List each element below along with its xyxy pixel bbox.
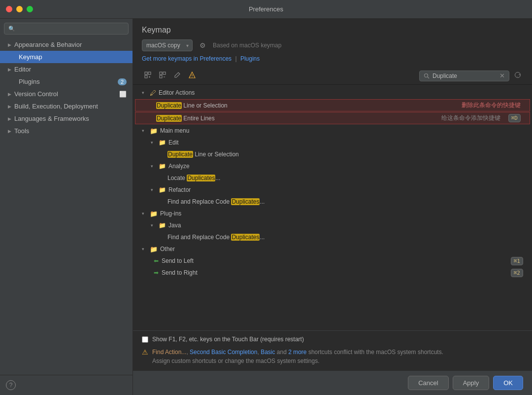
tree-subsection-java[interactable]: ▾ 📁 Java <box>133 219 532 231</box>
chevron-right-icon: ▶ <box>8 104 11 109</box>
regex-icon: .* <box>514 72 521 78</box>
minimize-button[interactable] <box>16 6 23 12</box>
tree-content[interactable]: ▾ 🖊 Editor Actions Duplicate Line or Sel… <box>133 85 532 330</box>
item-label: Send to Left <box>162 257 194 264</box>
sidebar-item-build[interactable]: ▶ Build, Execution, Deployment <box>0 100 133 112</box>
highlight-span: Duplicates <box>231 198 260 205</box>
collapse-all-button[interactable] <box>157 70 168 81</box>
page-title: Keymap <box>142 26 523 35</box>
touch-bar-label[interactable]: Show F1, F2, etc. keys on the Touch Bar … <box>152 336 304 343</box>
subsection-label: Edit <box>168 139 179 146</box>
find-action-link[interactable]: Find Action... <box>152 349 186 356</box>
tree-row-dup-entire[interactable]: Duplicate Entire Lines 给这条命令添加快捷键 ⌘D <box>135 112 530 124</box>
help-button[interactable]: ? <box>6 380 16 390</box>
subsection-label: Refactor <box>168 186 191 193</box>
tree-subsection-refactor[interactable]: ▾ 📁 Refactor <box>133 184 532 196</box>
expand-all-button[interactable] <box>142 70 154 81</box>
tree-section-plug-ins[interactable]: ▾ 📁 Plug-ins <box>133 208 532 219</box>
sidebar-item-label: Keymap <box>19 53 42 61</box>
item-label: Duplicate Line or Selection <box>167 151 239 158</box>
sidebar-item-label: Tools <box>14 127 29 135</box>
item-label: Locate Duplicates... <box>167 175 220 181</box>
sidebar-search-input[interactable] <box>18 25 124 32</box>
section-label: Other <box>160 246 175 252</box>
sidebar-item-label: Build, Execution, Deployment <box>14 103 98 110</box>
touch-bar-checkbox[interactable] <box>142 336 148 343</box>
tree-row-mm-dup-line[interactable]: Duplicate Line or Selection <box>133 148 532 160</box>
sidebar-item-appearance[interactable]: ▶ Appearance & Behavior <box>0 38 133 51</box>
warning-row: ⚠ Find Action..., Second Basic Completio… <box>142 348 523 365</box>
expand-all-icon <box>144 72 151 78</box>
chevron-down-icon: ▾ <box>142 90 148 95</box>
content-header: Keymap macOS copy ⚙ Based on macOS keyma… <box>133 19 532 67</box>
highlight-span: Duplicate <box>167 151 193 158</box>
search-icon <box>424 73 430 79</box>
item-label: Find and Replace Code Duplicates... <box>167 198 265 205</box>
keymap-selector-row: macOS copy ⚙ Based on macOS keymap <box>142 39 523 51</box>
titlebar: Preferences <box>0 0 532 19</box>
search-regex-button[interactable]: .* <box>512 71 523 81</box>
content-footer: Show F1, F2, etc. keys on the Touch Bar … <box>133 330 532 370</box>
edit-button[interactable] <box>171 70 183 81</box>
sidebar-item-version-control[interactable]: ▶ Version Control ⬜ <box>0 88 133 100</box>
sidebar-item-tools[interactable]: ▶ Tools <box>0 125 133 137</box>
sidebar-bottom: ? <box>0 375 133 395</box>
sidebar-item-plugins[interactable]: Plugins 2 <box>0 75 133 88</box>
shortcut-badge: ⌘2 <box>511 269 523 277</box>
section-icon: 📁 <box>150 127 158 135</box>
chevron-down-icon: ▾ <box>151 140 157 145</box>
more-link[interactable]: 2 more <box>288 349 306 356</box>
second-basic-link[interactable]: Second Basic Completion <box>190 349 257 356</box>
plugins-badge: 2 <box>118 78 127 85</box>
highlight-span: Duplicates <box>231 234 260 241</box>
window-title: Preferences <box>249 5 283 13</box>
get-more-keymaps-link[interactable]: Get more keymaps in Preferences <box>142 55 232 62</box>
highlight-span: Duplicate <box>156 102 182 109</box>
tree-row-refactor-find-dups[interactable]: Find and Replace Code Duplicates... <box>133 196 532 208</box>
tree-subsection-analyze[interactable]: ▾ 📁 Analyze <box>133 160 532 172</box>
tree-row-send-right[interactable]: ➡ Send to Right ⌘2 <box>133 267 532 279</box>
basic-link[interactable]: Basic <box>261 349 275 356</box>
tree-section-main-menu[interactable]: ▾ 📁 Main menu <box>133 125 532 137</box>
warning-line2: Assign custom shortcuts or change the ma… <box>152 358 319 364</box>
sidebar-item-label: Editor <box>14 66 31 73</box>
chevron-down-icon: ▾ <box>142 128 148 133</box>
window-controls[interactable] <box>6 6 33 12</box>
gear-button[interactable]: ⚙ <box>198 40 208 50</box>
section-label: Main menu <box>160 127 189 134</box>
apply-button[interactable]: Apply <box>453 376 490 390</box>
main-layout: 🔍 ▶ Appearance & Behavior Keymap ▶ Edito… <box>0 19 532 395</box>
toolbar: ✕ .* <box>133 67 532 85</box>
sidebar-item-keymap[interactable]: Keymap <box>0 51 133 63</box>
sidebar-item-languages[interactable]: ▶ Languages & Frameworks <box>0 112 133 125</box>
plugins-link[interactable]: Plugins <box>240 55 260 62</box>
tree-row-locate-dups[interactable]: Locate Duplicates... <box>133 172 532 184</box>
keymap-search-field[interactable]: ✕ <box>419 71 509 81</box>
keymap-select[interactable]: macOS copy <box>142 39 193 51</box>
ok-button[interactable]: OK <box>493 376 523 390</box>
search-clear-button[interactable]: ✕ <box>499 72 505 79</box>
sidebar: 🔍 ▶ Appearance & Behavior Keymap ▶ Edito… <box>0 19 133 395</box>
maximize-button[interactable] <box>27 6 33 12</box>
tree-row-send-left[interactable]: ⬅ Send to Left ⌘1 <box>133 255 532 267</box>
close-button[interactable] <box>6 6 12 12</box>
svg-rect-6 <box>163 72 166 74</box>
sidebar-search-box[interactable]: 🔍 <box>4 23 129 35</box>
sidebar-item-label: Languages & Frameworks <box>14 115 89 122</box>
section-label: Editor Actions <box>159 89 195 96</box>
item-label: Send to Right <box>162 269 198 276</box>
keymap-select-wrapper[interactable]: macOS copy <box>142 39 193 51</box>
tree-row-java-find-dups[interactable]: Find and Replace Code Duplicates... <box>133 231 532 243</box>
sidebar-item-editor[interactable]: ▶ Editor <box>0 63 133 75</box>
subsection-label: Java <box>168 222 181 229</box>
tree-subsection-edit[interactable]: ▾ 📁 Edit <box>133 137 532 148</box>
tree-section-other[interactable]: ▾ 📁 Other <box>133 243 532 255</box>
subsection-label: Analyze <box>168 163 190 170</box>
keymap-search-input[interactable] <box>432 72 497 79</box>
warning-filter-button[interactable] <box>186 70 198 81</box>
cancel-button[interactable]: Cancel <box>408 376 448 390</box>
tree-row-dup-line-sel[interactable]: Duplicate Line or Selection 删除此条命令的快捷键 <box>135 99 530 111</box>
shortcut-badge: ⌘D <box>508 114 521 122</box>
tree-section-editor-actions[interactable]: ▾ 🖊 Editor Actions <box>133 87 532 99</box>
sidebar-item-label: Version Control <box>14 90 58 98</box>
